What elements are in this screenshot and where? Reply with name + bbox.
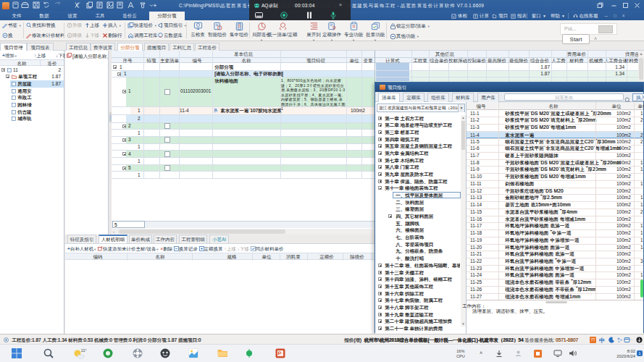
svg-text:21°: 21° bbox=[81, 348, 87, 353]
